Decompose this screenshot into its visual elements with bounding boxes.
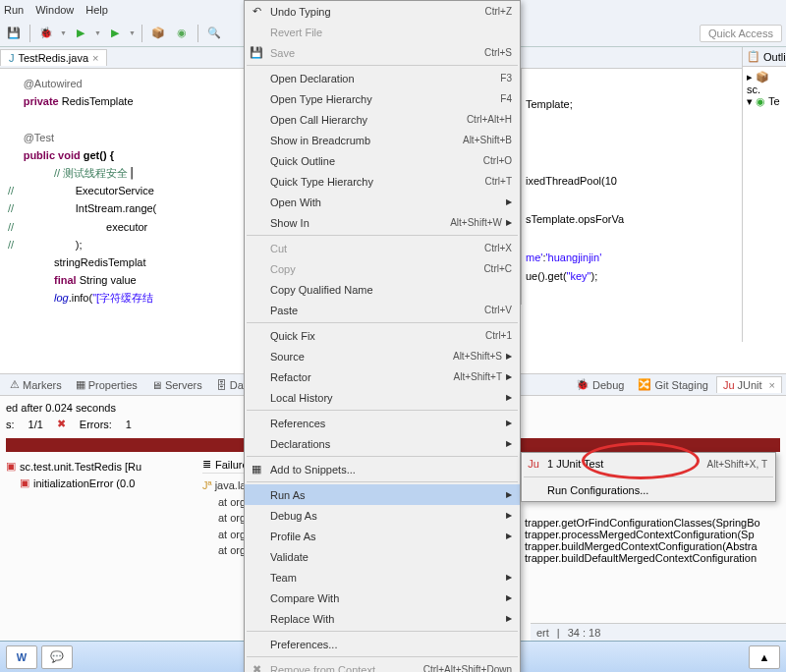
tab-debug[interactable]: 🐞Debug — [570, 376, 630, 393]
save-item[interactable]: 💾SaveCtrl+S — [245, 42, 520, 63]
team-item[interactable]: Team▶ — [245, 567, 520, 588]
outline-icon: 📋 — [747, 50, 760, 63]
data-icon: 🗄 — [216, 379, 227, 391]
run-configurations-item[interactable]: Run Configurations... — [522, 479, 775, 501]
local-history-item[interactable]: Local History▶ — [245, 387, 520, 408]
menu-run[interactable]: Run — [4, 4, 24, 16]
remove-context-item[interactable]: ✖Remove from ContextCtrl+Alt+Shift+Down — [245, 659, 520, 672]
search-icon[interactable]: 🔍 — [204, 24, 224, 43]
undo-item[interactable]: ↶Undo TypingCtrl+Z — [245, 1, 520, 22]
snippet-icon: ▦ — [249, 462, 264, 477]
tab-properties[interactable]: ▦Properties — [70, 376, 143, 393]
menu-window[interactable]: Window — [35, 4, 74, 16]
taskbar-tray[interactable]: ▲ — [749, 645, 780, 669]
taskbar-app-word[interactable]: W — [6, 645, 37, 669]
show-breadcrumb-item[interactable]: Show in BreadcrumbAlt+Shift+B — [245, 130, 520, 150]
quick-type-hierarchy-item[interactable]: Quick Type HierarchyCtrl+T — [245, 171, 520, 192]
junit-icon: Ju — [723, 379, 735, 391]
properties-icon: ▦ — [76, 378, 85, 391]
run-as-submenu: Ju1 JUnit TestAlt+Shift+X, T Run Configu… — [521, 452, 776, 502]
servers-icon: 🖥 — [151, 379, 162, 391]
git-icon: 🔀 — [638, 378, 651, 391]
editor-tab[interactable]: J TestRedis.java × — [0, 49, 107, 66]
validate-item[interactable]: Validate — [245, 546, 520, 567]
junit-icon: Ju — [526, 456, 541, 472]
undo-icon: ↶ — [249, 4, 264, 20]
trace-line[interactable]: trapper.processMergedContextConfiguratio… — [525, 529, 780, 540]
debug-as-item[interactable]: Debug As▶ — [245, 505, 520, 526]
references-item[interactable]: References▶ — [245, 413, 520, 433]
tab-gitstaging[interactable]: 🔀Git Staging — [632, 376, 713, 393]
compare-with-item[interactable]: Compare With▶ — [245, 588, 520, 608]
exception-icon: Jª — [202, 479, 212, 491]
trace-line[interactable]: trapper.getOrFindConfigurationClasses(Sp… — [525, 517, 780, 529]
coverage-icon[interactable]: ▶ — [105, 24, 125, 43]
cut-item[interactable]: CutCtrl+X — [245, 238, 520, 258]
open-type-hierarchy-item[interactable]: Open Type HierarchyF4 — [245, 88, 520, 109]
debug-icon[interactable]: 🐞 — [36, 24, 56, 43]
open-call-hierarchy-item[interactable]: Open Call HierarchyCtrl+Alt+H — [245, 109, 520, 130]
insert-mode: ert — [536, 627, 549, 639]
close-icon[interactable]: × — [769, 379, 775, 391]
menu-help[interactable]: Help — [85, 4, 108, 16]
source-item[interactable]: SourceAlt+Shift+S▶ — [245, 346, 520, 366]
quick-fix-item[interactable]: Quick FixCtrl+1 — [245, 325, 520, 346]
tab-servers[interactable]: 🖥Servers — [145, 377, 208, 393]
remove-icon: ✖ — [249, 662, 264, 673]
quick-outline-item[interactable]: Quick OutlineCtrl+O — [245, 150, 520, 171]
compare-icon[interactable]: ≣ — [202, 458, 211, 471]
runs-value: 1/1 — [28, 419, 43, 430]
markers-icon: ⚠ — [10, 378, 20, 391]
outline-node[interactable]: ▸ 📦 sc. — [747, 71, 782, 95]
test-suite-node[interactable]: ▣sc.test.unit.TestRedis [Ru — [6, 458, 183, 475]
errors-label: Errors: — [80, 419, 112, 430]
taskbar-app-wechat[interactable]: 💬 — [41, 645, 73, 669]
save-icon: 💾 — [249, 45, 264, 61]
run-icon[interactable]: ▶ — [71, 24, 90, 43]
new-class-icon[interactable]: ◉ — [172, 24, 192, 43]
show-in-item[interactable]: Show InAlt+Shift+W▶ — [245, 212, 520, 233]
context-menu: ↶Undo TypingCtrl+Z Revert File 💾SaveCtrl… — [244, 0, 521, 672]
tab-junit[interactable]: JuJUnit× — [716, 376, 782, 393]
error-icon: ✖ — [57, 418, 66, 430]
cursor-position: 34 : 18 — [568, 627, 601, 639]
editor-right-pane[interactable]: Template; ixedThreadPool(10 sTemplate.op… — [521, 69, 707, 305]
outline-header: 📋 Outline — [743, 47, 786, 67]
junit-test-tree[interactable]: ▣sc.test.unit.TestRedis [Ru ▣initializat… — [6, 458, 183, 564]
refactor-item[interactable]: RefactorAlt+Shift+T▶ — [245, 366, 520, 387]
tab-markers[interactable]: ⚠Markers — [4, 376, 68, 393]
copy-qualified-name-item[interactable]: Copy Qualified Name — [245, 279, 520, 300]
add-snippets-item[interactable]: ▦Add to Snippets... — [245, 459, 520, 479]
test-icon: ▣ — [6, 460, 16, 473]
close-icon[interactable]: × — [92, 52, 98, 64]
new-package-icon[interactable]: 📦 — [148, 24, 168, 43]
errors-value: 1 — [126, 419, 132, 430]
trace-line[interactable]: trapper.buildMergedContextConfiguration(… — [525, 540, 780, 552]
profile-as-item[interactable]: Profile As▶ — [245, 526, 520, 546]
java-file-icon: J — [9, 52, 15, 64]
test-error-icon: ▣ — [20, 476, 29, 489]
save-icon[interactable]: 💾 — [4, 24, 24, 43]
open-declaration-item[interactable]: Open DeclarationF3 — [245, 68, 520, 88]
outline-title: Outline — [763, 51, 786, 63]
open-with-item[interactable]: Open With▶ — [245, 192, 520, 212]
copy-item[interactable]: CopyCtrl+C — [245, 258, 520, 279]
run-as-item[interactable]: Run As▶ — [245, 484, 520, 505]
replace-with-item[interactable]: Replace With▶ — [245, 608, 520, 629]
test-case-node[interactable]: ▣initializationError (0.0 — [20, 475, 183, 491]
debug-icon: 🐞 — [576, 378, 590, 391]
runs-label: s: — [6, 419, 15, 430]
quick-access[interactable]: Quick Access — [700, 25, 782, 42]
outline-node[interactable]: ▾ ◉ Te — [747, 95, 782, 108]
status-bar: ert | 34 : 18 — [531, 623, 786, 641]
outline-view: 📋 Outline ▸ 📦 sc. ▾ ◉ Te — [742, 47, 786, 342]
paste-item[interactable]: PasteCtrl+V — [245, 300, 520, 320]
editor-tab-label: TestRedis.java — [19, 52, 89, 64]
revert-item[interactable]: Revert File — [245, 22, 520, 42]
declarations-item[interactable]: Declarations▶ — [245, 433, 520, 454]
junit-test-item[interactable]: Ju1 JUnit TestAlt+Shift+X, T — [522, 453, 775, 475]
trace-line[interactable]: trapper.buildDefaultMergedContextConfigu… — [525, 552, 780, 564]
preferences-item[interactable]: Preferences... — [245, 634, 520, 654]
